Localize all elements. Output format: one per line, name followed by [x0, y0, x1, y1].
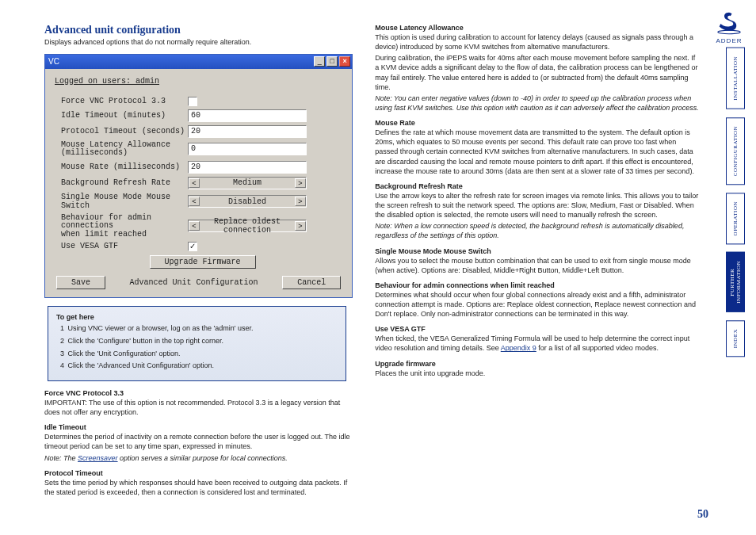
section-body: When ticked, the VESA Generalized Timing… — [375, 334, 701, 353]
page-title: Advanced unit configuration — [44, 24, 353, 36]
tab-further-information[interactable]: FURTHER INFORMATION — [726, 252, 745, 312]
force-vnc-checkbox[interactable] — [188, 97, 197, 106]
section-heading: Mouse Latency Allowance — [375, 24, 701, 32]
section-note: Note: The Screensaver option serves a si… — [44, 453, 353, 463]
config-dialog: VC _ □ × Logged on users: admin Force VN… — [44, 54, 353, 299]
section-heading: Mouse Rate — [375, 119, 701, 127]
to-get-here-steps: 1 Using VNC viewer or a browser, log on … — [56, 324, 338, 371]
use-vesa-checkbox[interactable]: ✓ — [188, 242, 197, 251]
to-get-here-heading: To get here — [56, 313, 338, 321]
chevron-left-icon[interactable]: < — [189, 197, 200, 206]
section-body: This option is used during calibration t… — [375, 32, 701, 52]
section-heading: Upgrade firmware — [375, 360, 701, 368]
section-heading: Force VNC Protocol 3.3 — [44, 389, 353, 397]
cancel-button[interactable]: Cancel — [282, 276, 341, 289]
mouse-latency-input[interactable]: 0 — [188, 143, 307, 155]
dialog-body: Logged on users: admin Force VNC Protoco… — [45, 69, 352, 298]
chevron-right-icon[interactable]: > — [295, 178, 306, 188]
minimize-icon[interactable]: _ — [314, 56, 325, 67]
tab-index[interactable]: INDEX — [726, 320, 745, 357]
use-vesa-label: Use VESA GTF — [61, 242, 188, 251]
tab-configuration[interactable]: CONFIGURATION — [726, 117, 745, 185]
intro-text: Displays advanced options that do not no… — [44, 38, 353, 48]
section-body: Determines what should occur when four g… — [375, 290, 701, 319]
side-nav: INSTALLATION CONFIGURATION OPERATION FUR… — [726, 48, 745, 357]
right-column: Mouse Latency Allowance This option is u… — [375, 24, 701, 519]
upgrade-firmware-button[interactable]: Upgrade Firmware — [150, 255, 256, 269]
single-mouse-select[interactable]: < Disabled > — [188, 195, 307, 208]
chevron-right-icon[interactable]: > — [295, 221, 306, 231]
screensaver-link[interactable]: Screensaver — [78, 454, 118, 462]
force-vnc-label: Force VNC Protocol 3.3 — [61, 97, 188, 106]
idle-timeout-input[interactable]: 60 — [188, 109, 307, 122]
mouse-latency-label: Mouse Latency Allowance (milliseconds) — [61, 141, 188, 158]
protocol-timeout-input[interactable]: 20 — [188, 125, 307, 138]
section-heading: Use VESA GTF — [375, 325, 701, 333]
close-icon[interactable]: × — [339, 56, 350, 67]
protocol-timeout-label: Protocol Timeout (seconds) — [61, 127, 188, 136]
section-body: Use the arrow keys to alter the refresh … — [375, 191, 701, 220]
section-note: Note: When a low connection speed is det… — [375, 221, 701, 240]
save-button[interactable]: Save — [56, 276, 105, 289]
section-body: During calibration, the iPEPS waits for … — [375, 53, 701, 92]
section-heading: Background Refresh Rate — [375, 182, 701, 190]
left-column: Advanced unit configuration Displays adv… — [44, 24, 353, 519]
section-heading: Single Mouse Mode Mouse Switch — [375, 247, 701, 255]
mouse-rate-label: Mouse Rate (milliseconds) — [61, 162, 188, 172]
section-body: Defines the rate at which mouse movement… — [375, 128, 701, 176]
bg-refresh-label: Background Refresh Rate — [61, 178, 188, 188]
section-heading: Idle Timeout — [44, 423, 353, 431]
single-mouse-label: Single Mouse Mode Mouse Switch — [61, 193, 188, 211]
admin-behaviour-select[interactable]: < Replace oldest connection > — [188, 220, 307, 232]
maximize-icon[interactable]: □ — [326, 56, 338, 67]
dialog-center-label: Advanced Unit Configuration — [130, 278, 258, 287]
logged-on-users: Logged on users: admin — [53, 74, 344, 97]
section-heading: Protocol Timeout — [44, 469, 353, 477]
section-body: Determines the period of inactivity on a… — [44, 432, 353, 451]
tab-installation[interactable]: INSTALLATION — [726, 48, 745, 109]
page: Advanced unit configuration Displays adv… — [0, 0, 756, 535]
section-note: Note: You can enter negative values (dow… — [375, 94, 701, 113]
tab-operation[interactable]: OPERATION — [726, 193, 745, 244]
brand-logo: ADDER — [713, 11, 745, 44]
dialog-titlebar: VC _ □ × — [45, 55, 352, 69]
chevron-left-icon[interactable]: < — [189, 221, 200, 231]
chevron-right-icon[interactable]: > — [295, 197, 306, 206]
section-body: Sets the time period by which responses … — [44, 478, 353, 497]
appendix-link[interactable]: Appendix 9 — [501, 344, 536, 352]
dialog-title-left: VC — [48, 57, 59, 66]
brand-name: ADDER — [713, 37, 745, 44]
page-number: 50 — [697, 508, 708, 521]
section-body: Allows you to select the mouse button co… — [375, 256, 701, 275]
idle-timeout-label: Idle Timeout (minutes) — [61, 111, 188, 120]
svg-point-0 — [718, 30, 740, 33]
adder-snake-icon — [715, 11, 743, 35]
bg-refresh-select[interactable]: < Medium > — [188, 177, 307, 189]
admin-behaviour-label: Behaviour for admin connections when lim… — [61, 214, 188, 239]
to-get-here-box: To get here 1 Using VNC viewer or a brow… — [48, 306, 346, 381]
section-heading: Behaviour for admin connections when lim… — [375, 281, 701, 289]
mouse-rate-input[interactable]: 20 — [188, 161, 307, 174]
section-body: Places the unit into upgrade mode. — [375, 369, 701, 378]
section-body: IMPORTANT: The use of this option is not… — [44, 398, 353, 417]
chevron-left-icon[interactable]: < — [189, 178, 200, 188]
